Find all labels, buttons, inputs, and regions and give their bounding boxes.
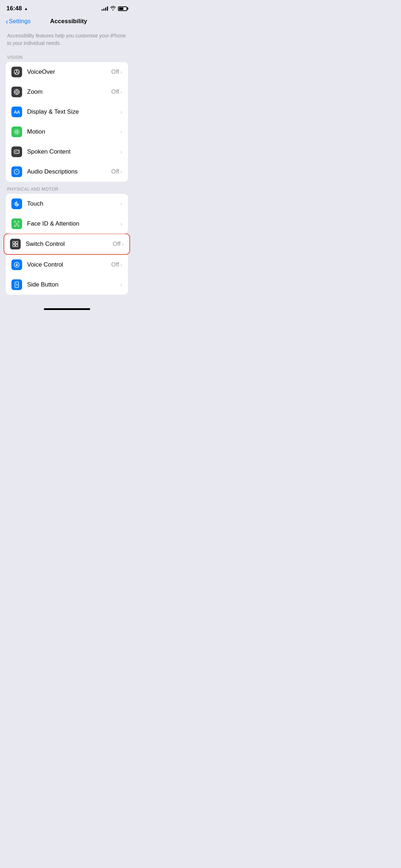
motion-label: Motion xyxy=(27,128,120,135)
zoom-chevron-icon: › xyxy=(120,89,122,95)
description-text: Accessibility features help you customis… xyxy=(7,33,126,46)
page-title: Accessibility xyxy=(31,18,107,25)
motion-chevron-icon: › xyxy=(120,129,122,135)
audiodesc-icon: " xyxy=(11,166,22,177)
status-time: 16:48 ▲ xyxy=(6,5,28,12)
audiodesc-chevron-icon: › xyxy=(120,169,122,175)
display-item[interactable]: AA Display & Text Size › xyxy=(6,102,128,122)
sidebutton-item[interactable]: Side Button › xyxy=(6,275,128,295)
switchctrl-label: Switch Control xyxy=(26,241,113,248)
sidebutton-icon xyxy=(11,279,22,290)
back-label: Settings xyxy=(9,18,31,25)
voicectrl-value: Off xyxy=(111,261,119,268)
spoken-label: Spoken Content xyxy=(27,148,120,155)
touch-item[interactable]: Touch › xyxy=(6,194,128,214)
audiodesc-value: Off xyxy=(111,168,119,175)
voicectrl-icon xyxy=(11,259,22,270)
status-icons xyxy=(102,6,127,11)
voiceover-chevron-icon: › xyxy=(120,69,122,75)
zoom-item[interactable]: Zoom Off › xyxy=(6,82,128,102)
voiceover-label: VoiceOver xyxy=(27,68,111,76)
physical-list-2: Voice Control Off › Side Button › xyxy=(6,255,128,295)
voicectrl-label: Voice Control xyxy=(27,261,111,268)
vision-list: VoiceOver Off › Zoom Off › xyxy=(6,62,128,182)
faceid-label: Face ID & Attention xyxy=(27,220,120,227)
svg-rect-22 xyxy=(16,242,18,244)
time-label: 16:48 xyxy=(6,5,22,12)
touch-chevron-icon: › xyxy=(120,201,122,207)
faceid-item[interactable]: Face ID & Attention › xyxy=(6,214,128,234)
svg-point-18 xyxy=(16,223,16,224)
signal-icon xyxy=(102,6,108,11)
sidebutton-label: Side Button xyxy=(27,281,120,288)
audiodesc-label: Audio Descriptions xyxy=(27,168,111,175)
zoom-icon xyxy=(11,87,22,97)
switch-control-highlight: Switch Control Off › xyxy=(4,233,130,255)
display-icon: AA xyxy=(11,107,22,117)
svg-point-28 xyxy=(16,264,17,265)
switchctrl-icon xyxy=(10,239,21,249)
home-bar xyxy=(44,308,90,310)
physical-section: PHYSICAL AND MOTOR Touch › xyxy=(0,185,134,295)
svg-rect-23 xyxy=(13,244,15,247)
spoken-icon xyxy=(11,146,22,157)
voiceover-value: Off xyxy=(111,68,119,76)
svg-point-19 xyxy=(17,223,18,224)
zoom-value: Off xyxy=(111,88,119,95)
physical-list: Touch › Face ID & Attention › xyxy=(6,194,128,234)
svg-point-12 xyxy=(15,151,16,153)
sidebutton-chevron-icon: › xyxy=(120,282,122,288)
nav-bar: ‹ Settings Accessibility xyxy=(0,15,134,29)
svg-point-1 xyxy=(16,70,17,72)
vision-section-header: VISION xyxy=(0,53,134,62)
vision-section: VISION VoiceOver Off › xyxy=(0,53,134,182)
accessibility-description: Accessibility features help you customis… xyxy=(0,29,134,53)
svg-rect-29 xyxy=(15,282,19,288)
faceid-chevron-icon: › xyxy=(120,221,122,227)
home-indicator xyxy=(0,298,134,311)
spoken-item[interactable]: Spoken Content › xyxy=(6,142,128,162)
voiceover-icon xyxy=(11,67,22,77)
svg-point-2 xyxy=(18,72,19,72)
physical-section-header: PHYSICAL AND MOTOR xyxy=(0,185,134,194)
motion-icon xyxy=(11,126,22,137)
switchctrl-chevron-icon: › xyxy=(122,241,124,247)
zoom-label: Zoom xyxy=(27,88,111,95)
svg-text:": " xyxy=(16,170,17,174)
location-arrow-icon: ▲ xyxy=(24,6,28,11)
touch-label: Touch xyxy=(27,200,120,207)
spoken-chevron-icon: › xyxy=(120,149,122,155)
audiodesc-item[interactable]: " Audio Descriptions Off › xyxy=(6,162,128,182)
svg-point-10 xyxy=(16,131,18,133)
faceid-icon xyxy=(11,218,22,229)
voiceover-item[interactable]: VoiceOver Off › xyxy=(6,62,128,82)
back-chevron-icon: ‹ xyxy=(6,18,8,25)
back-button[interactable]: ‹ Settings xyxy=(6,18,31,25)
motion-item[interactable]: Motion › xyxy=(6,122,128,142)
voicectrl-chevron-icon: › xyxy=(120,262,122,268)
touch-icon xyxy=(11,198,22,209)
switchctrl-item[interactable]: Switch Control Off › xyxy=(4,234,129,254)
status-bar: 16:48 ▲ xyxy=(0,0,134,15)
svg-point-4 xyxy=(16,91,18,93)
display-label: Display & Text Size xyxy=(27,108,120,115)
voicectrl-item[interactable]: Voice Control Off › xyxy=(6,255,128,275)
svg-point-9 xyxy=(15,130,19,134)
svg-rect-21 xyxy=(13,242,15,244)
display-chevron-icon: › xyxy=(120,109,122,115)
battery-icon xyxy=(118,6,127,11)
switchctrl-value: Off xyxy=(113,241,120,248)
svg-rect-24 xyxy=(16,244,18,247)
wifi-icon xyxy=(110,6,116,11)
